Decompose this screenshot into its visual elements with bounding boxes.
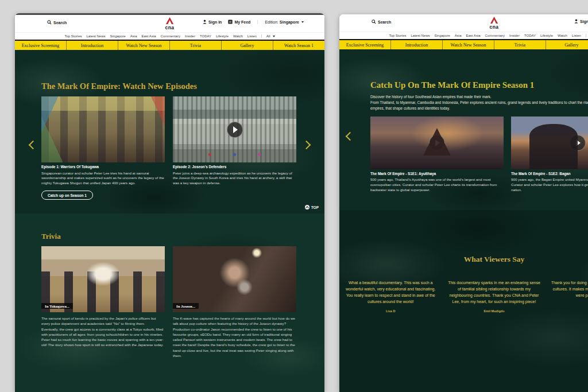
top-label: TOP xyxy=(311,205,319,209)
nav-latest-news[interactable]: Latest News xyxy=(86,34,105,38)
s1e1-video-thumbnail[interactable] xyxy=(370,117,504,169)
person-icon xyxy=(574,19,578,24)
caret-down-icon xyxy=(301,21,304,23)
search-button[interactable]: Search xyxy=(372,20,391,24)
play-button-icon[interactable] xyxy=(570,135,586,151)
anchor-watch-new-season[interactable]: Watch New Season xyxy=(118,41,169,50)
section-title: The Mark Of Empire: Watch New Episodes xyxy=(41,81,324,91)
season-intro: Discover the history of four Southeast A… xyxy=(370,94,588,111)
page-content-left: The Mark Of Empire: Watch New Episodes E… xyxy=(15,50,324,392)
season-card-1: The Mark Of Empire - S1E1: Ayutthaya 500… xyxy=(370,117,504,193)
anchor-introduction[interactable]: Introduction xyxy=(390,40,442,49)
nav-asia[interactable]: Asia xyxy=(455,34,462,37)
nav-singapore[interactable]: Singapore xyxy=(435,34,450,37)
nav-all-dropdown[interactable]: All xyxy=(261,34,275,38)
nav-east-asia[interactable]: East Asia xyxy=(142,34,156,38)
nav-all-dropdown[interactable]: All xyxy=(586,34,588,37)
search-label: Search xyxy=(53,21,67,25)
nav-east-asia[interactable]: East Asia xyxy=(466,34,481,37)
sign-in-button[interactable]: Sign In xyxy=(574,19,588,24)
trivia-image-singer: In Joseon... xyxy=(173,246,296,312)
section-title: Catch Up On The Mark Of Empire Season 1 xyxy=(370,80,588,90)
trivia-title: Trivia xyxy=(41,232,324,241)
season-carousel: The Mark Of Empire - S1E1: Ayutthaya 500… xyxy=(370,117,588,193)
play-button-icon[interactable] xyxy=(429,135,445,151)
anchor-trivia[interactable]: Trivia xyxy=(494,40,546,49)
site-header: Search cna Sign In My Feed Edition: Sing… xyxy=(15,15,324,32)
season-card-2: The Mark Of Empire - S1E2: Bagan 900 yea… xyxy=(511,117,588,193)
nav-singapore[interactable]: Singapore xyxy=(110,34,126,38)
nav-listen[interactable]: Listen xyxy=(572,34,581,37)
nav-top-stories[interactable]: Top Stories xyxy=(64,34,82,38)
play-button-icon[interactable] xyxy=(227,122,243,138)
nav-today[interactable]: TODAY xyxy=(200,34,211,38)
s1e1-description: 500 years ago, Thailand's Ayutthaya was … xyxy=(370,177,504,193)
browser-window-right: Search cna Sign In My Feed Edition: Sing… xyxy=(339,14,588,392)
anchor-introduction[interactable]: Introduction xyxy=(66,41,118,50)
nav-all-label: All xyxy=(266,34,270,38)
trivia-overlay-2: In Joseon... xyxy=(173,303,199,309)
episode-2-description: Peter joins a deep-sea archaeology exped… xyxy=(173,171,296,187)
s1e2-video-thumbnail[interactable] xyxy=(511,117,588,169)
testimonial-3-text: Thank you for doing a great job featurin… xyxy=(550,280,588,299)
my-feed-label: My Feed xyxy=(234,20,250,24)
edition-value: Singapore xyxy=(280,20,299,24)
anchor-exclusive-screening[interactable]: Exclusive Screening xyxy=(15,41,66,50)
testimonial-2: This documentary sparks in me an endeari… xyxy=(446,280,541,313)
back-to-top-button[interactable]: TOP xyxy=(305,205,319,209)
my-feed-button[interactable]: My Feed xyxy=(228,20,250,24)
nav-top-stories[interactable]: Top Stories xyxy=(389,34,406,37)
episode-2-video-thumbnail[interactable] xyxy=(173,96,296,162)
anchor-exclusive-screening[interactable]: Exclusive Screening xyxy=(339,40,390,49)
sign-in-button[interactable]: Sign In xyxy=(203,20,222,24)
s1e1-title: The Mark Of Empire - S1E1: Ayutthaya xyxy=(370,172,504,177)
search-icon xyxy=(47,20,52,25)
sign-in-label: Sign In xyxy=(208,20,222,24)
catch-up-season-1-button[interactable]: Catch up on Season 1 xyxy=(41,191,93,200)
cna-logo[interactable]: cna xyxy=(490,16,499,30)
anchor-trivia[interactable]: Trivia xyxy=(169,41,221,50)
episode-1-description: Singaporean curator and scholar Peter Le… xyxy=(41,171,165,187)
nav-lifestyle[interactable]: Lifestyle xyxy=(540,34,553,37)
edition-selector[interactable]: Edition: Singapore xyxy=(257,20,304,24)
testimonial-2-name: Emil Mudigdo xyxy=(446,309,541,313)
anchor-gallery[interactable]: Gallery xyxy=(221,41,273,50)
intro-line-1: Discover the history of four Southeast A… xyxy=(370,94,588,100)
testimonial-1-text: What a beautiful documentary. This was s… xyxy=(343,280,438,305)
s1e2-title: The Mark Of Empire - S1E2: Bagan xyxy=(511,172,588,177)
search-label: Search xyxy=(378,20,391,24)
episode-2-title: Episode 2: Joseon's Defenders xyxy=(173,165,296,170)
anchor-gallery[interactable]: Gallery xyxy=(546,40,588,49)
nav-listen[interactable]: Listen xyxy=(247,34,257,38)
browser-window-left: Search cna Sign In My Feed Edition: Sing… xyxy=(15,13,324,392)
cna-logo[interactable]: cna xyxy=(165,17,175,30)
main-nav: Top Stories Latest News Singapore Asia E… xyxy=(15,32,324,40)
trivia-row: In Tokugawa... The samurai sport of kend… xyxy=(41,246,324,358)
testimonials-row: What a beautiful documentary. This was s… xyxy=(339,280,588,313)
nav-insider[interactable]: Insider xyxy=(509,34,520,37)
nav-today[interactable]: TODAY xyxy=(524,34,536,37)
anchor-watch-new-season[interactable]: Watch New Season xyxy=(442,40,494,49)
cna-logo-text: cna xyxy=(165,25,175,30)
trivia-image-kendo: In Tokugawa... xyxy=(41,246,165,312)
nav-commentary[interactable]: Commentary xyxy=(161,34,180,38)
nav-watch[interactable]: Watch xyxy=(233,34,243,38)
testimonial-3: Thank you for doing a great job featurin… xyxy=(550,280,588,313)
trivia-item-1: In Tokugawa... The samurai sport of kend… xyxy=(41,246,165,358)
nav-commentary[interactable]: Commentary xyxy=(485,34,505,37)
nav-asia[interactable]: Asia xyxy=(130,34,137,38)
nav-insider[interactable]: Insider xyxy=(185,34,195,38)
desktop-background: Search cna Sign In My Feed Edition: Sing… xyxy=(0,0,588,392)
nav-latest-news[interactable]: Latest News xyxy=(411,34,430,37)
trivia-item-2: In Joseon... The K-wave has captured the… xyxy=(173,246,296,358)
caret-down-icon xyxy=(273,36,275,37)
main-nav: Top Stories Latest News Singapore Asia E… xyxy=(339,32,588,39)
nav-watch[interactable]: Watch xyxy=(558,34,567,37)
search-button[interactable]: Search xyxy=(47,20,67,25)
episode-carousel: Episode 1: Warriors Of Tokugawa Singapor… xyxy=(41,96,324,200)
anchor-menu: Exclusive Screening Introduction Watch N… xyxy=(15,40,324,50)
episode-1-video-thumbnail[interactable] xyxy=(41,96,165,162)
anchor-watch-season-1[interactable]: Watch Season 1 xyxy=(273,41,324,50)
nav-lifestyle[interactable]: Lifestyle xyxy=(216,34,229,38)
trivia-text-2: The K-wave has captured the hearts of ma… xyxy=(173,316,296,358)
